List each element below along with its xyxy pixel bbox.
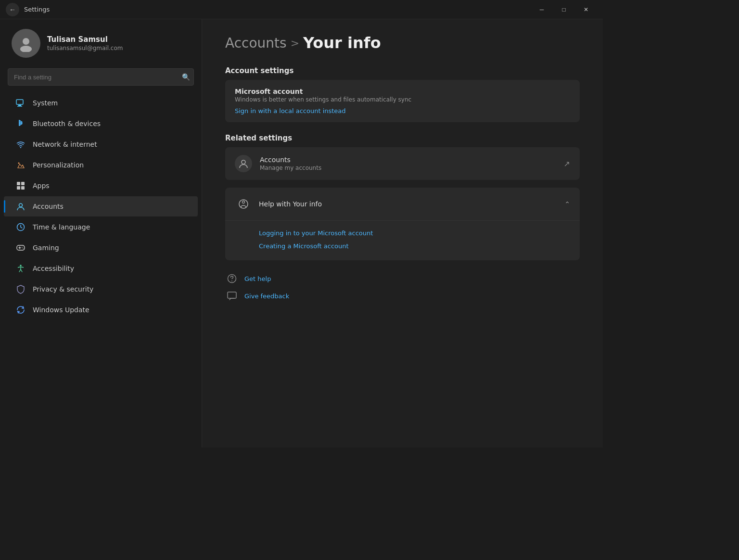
breadcrumb-parent[interactable]: Accounts (225, 35, 287, 51)
maximize-button[interactable]: □ (553, 0, 575, 19)
titlebar-left: ← Settings (6, 3, 50, 16)
svg-point-5 (20, 147, 21, 148)
sidebar-item-personalization[interactable]: Personalization (4, 155, 198, 175)
svg-rect-22 (228, 292, 236, 298)
system-icon (15, 98, 26, 108)
sign-in-local-link[interactable]: Sign in with a local account instead (235, 107, 346, 115)
sidebar-item-time[interactable]: Time & language (4, 217, 198, 237)
titlebar: ← Settings ─ □ ✕ (0, 0, 603, 19)
time-icon (15, 222, 26, 232)
microsoft-account-row: Microsoft account Windows is better when… (225, 80, 580, 122)
related-accounts-card: Accounts Manage my accounts ↗ (225, 147, 580, 180)
sidebar-item-network[interactable]: Network & internet (4, 134, 198, 154)
avatar (12, 29, 40, 58)
user-profile: Tulisan Samsul tulisansamsul@gmail.com (0, 19, 202, 65)
svg-point-15 (23, 248, 24, 249)
search-icon: 🔍 (182, 73, 190, 81)
help-links: Logging in to your Microsoft account Cre… (225, 221, 580, 260)
network-icon (15, 139, 26, 150)
svg-point-17 (242, 160, 245, 164)
give-feedback-label: Give feedback (244, 293, 289, 300)
help-header-left: Help with Your info (235, 195, 322, 213)
sidebar-item-label-update: Windows Update (33, 306, 89, 314)
help-title: Help with Your info (259, 200, 322, 208)
sidebar-item-label-apps: Apps (33, 182, 50, 190)
help-header[interactable]: Help with Your info ⌃ (225, 188, 580, 221)
svg-rect-4 (17, 106, 22, 107)
get-help-action[interactable]: Get help (225, 272, 271, 285)
search-input[interactable] (8, 68, 194, 86)
sidebar-item-gaming[interactable]: Gaming (4, 238, 198, 258)
svg-point-6 (18, 163, 20, 164)
sidebar-item-label-network: Network & internet (33, 140, 97, 148)
sidebar-item-system[interactable]: System (4, 93, 198, 113)
sidebar-item-label-privacy: Privacy & security (33, 285, 93, 293)
svg-rect-2 (16, 100, 23, 104)
svg-point-16 (20, 265, 22, 267)
svg-point-14 (22, 247, 23, 248)
accounts-icon (15, 201, 26, 212)
sidebar-item-accessibility[interactable]: Accessibility (4, 258, 198, 279)
sidebar-item-label-personalization: Personalization (33, 161, 84, 169)
apps-icon (15, 180, 26, 191)
search-box: 🔍 (8, 68, 194, 86)
bottom-actions: Get help Give feedback (225, 272, 580, 303)
personalization-icon (15, 160, 26, 170)
svg-point-21 (231, 280, 232, 281)
minimize-button[interactable]: ─ (531, 0, 553, 19)
give-feedback-icon (225, 289, 239, 303)
sidebar-item-label-system: System (33, 99, 58, 107)
help-link-create[interactable]: Creating a Microsoft account (259, 240, 570, 253)
give-feedback-action[interactable]: Give feedback (225, 289, 289, 303)
sidebar-item-label-bluetooth: Bluetooth & devices (33, 120, 101, 127)
microsoft-account-card: Microsoft account Windows is better when… (225, 80, 580, 122)
svg-point-19 (242, 201, 245, 204)
microsoft-account-subtitle: Windows is better when settings and file… (235, 96, 570, 103)
get-help-label: Get help (244, 275, 271, 282)
help-icon (235, 195, 252, 213)
related-settings-title: Related settings (225, 134, 580, 142)
sidebar: Tulisan Samsul tulisansamsul@gmail.com 🔍… (0, 19, 202, 447)
close-button[interactable]: ✕ (575, 0, 597, 19)
gaming-icon (15, 242, 26, 253)
sidebar-item-label-accounts: Accounts (33, 203, 64, 210)
app-container: Tulisan Samsul tulisansamsul@gmail.com 🔍… (0, 19, 603, 447)
svg-rect-9 (17, 186, 20, 190)
accessibility-icon (15, 263, 26, 274)
external-link-icon: ↗ (564, 159, 570, 168)
titlebar-controls: ─ □ ✕ (531, 0, 597, 19)
breadcrumb-current: Your info (303, 34, 381, 52)
svg-rect-3 (18, 105, 21, 106)
user-info: Tulisan Samsul tulisansamsul@gmail.com (47, 35, 123, 51)
sidebar-item-label-accessibility: Accessibility (33, 265, 74, 272)
help-chevron-icon: ⌃ (564, 200, 570, 208)
back-button[interactable]: ← (6, 3, 19, 16)
breadcrumb-separator: > (291, 37, 299, 49)
sidebar-item-update[interactable]: Windows Update (4, 300, 198, 320)
user-name: Tulisan Samsul (47, 35, 123, 44)
account-settings-title: Account settings (225, 66, 580, 75)
sidebar-item-label-time: Time & language (33, 223, 90, 231)
sidebar-item-label-gaming: Gaming (33, 244, 59, 252)
related-accounts-text: Accounts Manage my accounts (260, 156, 556, 171)
sidebar-item-bluetooth[interactable]: Bluetooth & devices (4, 114, 198, 134)
sidebar-nav: System Bluetooth & devices (0, 92, 202, 320)
help-link-login[interactable]: Logging in to your Microsoft account (259, 227, 570, 240)
svg-point-1 (20, 46, 32, 52)
svg-rect-8 (21, 182, 25, 185)
sidebar-item-apps[interactable]: Apps (4, 176, 198, 196)
related-accounts-name: Accounts (260, 156, 556, 164)
help-card: Help with Your info ⌃ Logging in to your… (225, 188, 580, 260)
breadcrumb: Accounts > Your info (225, 34, 580, 52)
svg-rect-7 (17, 182, 20, 185)
user-email: tulisansamsul@gmail.com (47, 45, 123, 51)
titlebar-title: Settings (24, 6, 50, 13)
sidebar-item-privacy[interactable]: Privacy & security (4, 279, 198, 299)
svg-point-11 (19, 204, 23, 207)
related-accounts-item[interactable]: Accounts Manage my accounts ↗ (225, 147, 580, 180)
related-accounts-desc: Manage my accounts (260, 165, 556, 171)
main-content: Accounts > Your info Account settings Mi… (202, 19, 603, 447)
svg-point-0 (23, 38, 29, 45)
svg-rect-10 (21, 186, 25, 190)
sidebar-item-accounts[interactable]: Accounts (4, 196, 198, 216)
